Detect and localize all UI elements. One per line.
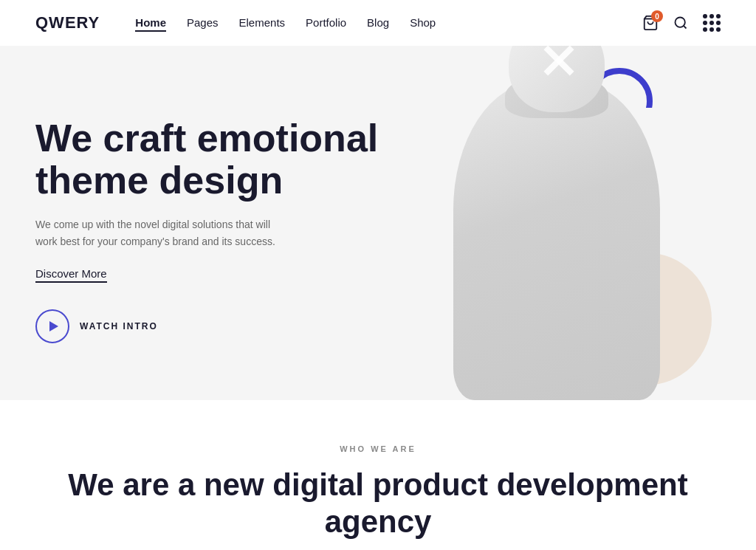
blue-ring-decoration — [586, 68, 653, 134]
search-icon[interactable] — [673, 16, 688, 30]
nav-icons: 0 — [642, 14, 721, 32]
nav-item-shop[interactable]: Shop — [410, 16, 436, 30]
svg-point-1 — [676, 18, 685, 27]
hero-description: We come up with the novel digital soluti… — [35, 216, 286, 250]
dot-grid-bottom-icon: for(var r=0;r<5;r++) for(var c=0;c<6;c++… — [653, 319, 719, 371]
nav-item-elements[interactable]: Elements — [239, 16, 286, 30]
beige-circle-decoration — [579, 252, 712, 385]
play-triangle-icon — [49, 321, 58, 331]
who-section: WHO WE ARE We are a new digital product … — [0, 400, 756, 550]
brand-logo[interactable]: QWERY — [35, 13, 100, 32]
red-arc-decoration — [461, 319, 542, 400]
watch-intro-button[interactable]: WATCH INTRO — [35, 309, 419, 343]
watch-intro-label: WATCH INTRO — [80, 321, 158, 331]
navbar: QWERY Home Pages Elements Portfolio Blog… — [0, 0, 756, 46]
hero-content: We craft emotional theme design We come … — [35, 117, 419, 343]
hero-section: We craft emotional theme design We come … — [0, 46, 756, 400]
who-title: We are a new digital product development… — [35, 467, 721, 541]
cart-icon[interactable]: 0 — [642, 15, 659, 31]
grid-menu-icon[interactable] — [703, 14, 721, 32]
play-button[interactable] — [35, 309, 69, 343]
cart-badge: 0 — [651, 10, 663, 22]
nav-item-home[interactable]: Home — [135, 16, 166, 30]
svg-line-2 — [684, 26, 687, 29]
discover-more-link[interactable]: Discover More — [35, 267, 107, 283]
nav-links: Home Pages Elements Portfolio Blog Shop — [135, 16, 642, 30]
hero-title: We craft emotional theme design — [35, 117, 419, 202]
x-mark-decoration — [537, 46, 581, 83]
nav-item-blog[interactable]: Blog — [367, 16, 389, 30]
statue-image — [416, 46, 697, 400]
nav-item-pages[interactable]: Pages — [187, 16, 219, 30]
who-eyebrow: WHO WE ARE — [35, 444, 721, 453]
dot-grid-top-icon: for(var r=0;r<5;r++) for(var c=0;c<6;c++… — [365, 68, 431, 120]
nav-item-portfolio[interactable]: Portfolio — [306, 16, 346, 30]
